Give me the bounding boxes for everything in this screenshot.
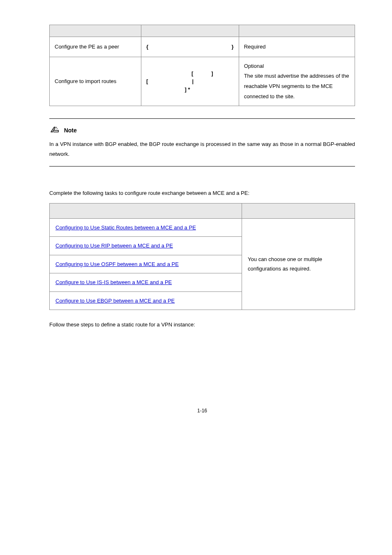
bracket-close: ] (211, 69, 213, 78)
task-cell: Configure to Use IS-IS between a MCE and… (50, 273, 242, 292)
note-text: In a VPN instance with BGP enabled, the … (49, 139, 355, 160)
first-config-table: Configure the PE as a peer { } Required … (49, 25, 355, 106)
config-link[interactable]: Configuring to Use Static Routes between… (55, 224, 196, 231)
table-header-cell (141, 25, 239, 37)
tasks-table: Configuring to Use Static Routes between… (49, 203, 355, 310)
table-row: Configure the PE as a peer { } Required (50, 37, 355, 57)
task-cell: Configure to Use EBGP between a MCE and … (50, 291, 242, 310)
note-section: Note In a VPN instance with BGP enabled,… (49, 118, 355, 166)
bracket-open: [ (191, 69, 193, 78)
note-header: Note (49, 125, 355, 136)
config-label-cell: Configure the PE as a peer (50, 37, 141, 57)
task-cell: Configuring to Use OSPF between a MCE an… (50, 255, 242, 273)
config-label-cell: Configure to import routes (50, 57, 141, 106)
table-row: Configure to import routes [ ] [ | ] * O… (50, 57, 355, 106)
brace-close: } (232, 43, 234, 51)
table-header-cell (50, 203, 242, 218)
config-desc-cell: Required (239, 37, 355, 57)
table-row: Configuring to Use Static Routes between… (50, 218, 355, 237)
page-number: 1-16 (49, 407, 355, 414)
intro-paragraph: Complete the following tasks to configur… (49, 189, 355, 197)
table-header-row (50, 203, 355, 218)
table-header-cell (50, 25, 141, 37)
remarks-cell: You can choose one or multiple configura… (242, 218, 355, 310)
config-link[interactable]: Configuring to Use OSPF between a MCE an… (55, 261, 179, 267)
follow-steps-text: Follow these steps to define a static ro… (49, 321, 355, 329)
desc-text: The site must advertise the addresses of… (244, 73, 349, 99)
note-icon (49, 125, 61, 136)
bracket-open: [ (146, 78, 148, 84)
table-header-row (50, 25, 355, 37)
config-link[interactable]: Configure to Use EBGP between a MCE and … (55, 298, 175, 304)
task-cell: Configuring to Use Static Routes between… (50, 218, 242, 237)
pipe-char: | (192, 78, 194, 84)
config-command-cell: { } (141, 37, 239, 57)
optional-label: Optional (244, 63, 264, 69)
bracket-close-star: ] * (185, 86, 190, 92)
config-link[interactable]: Configuring to Use RIP between a MCE and… (55, 243, 173, 249)
config-link[interactable]: Configure to Use IS-IS between a MCE and… (55, 279, 172, 285)
note-label: Note (64, 126, 77, 135)
task-cell: Configuring to Use RIP between a MCE and… (50, 237, 242, 255)
table-header-cell (242, 203, 355, 218)
config-command-cell: [ ] [ | ] * (141, 57, 239, 106)
brace-open: { (146, 43, 148, 51)
table-header-cell (239, 25, 355, 37)
config-desc-cell: Optional The site must advertise the add… (239, 57, 355, 106)
